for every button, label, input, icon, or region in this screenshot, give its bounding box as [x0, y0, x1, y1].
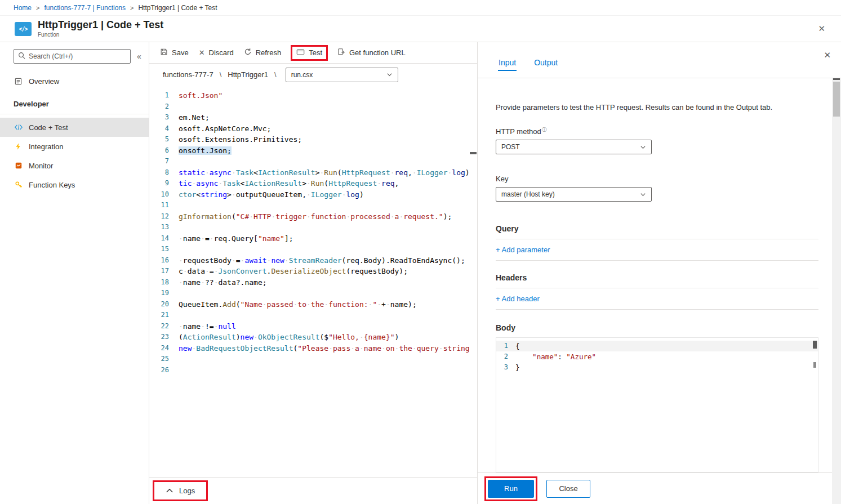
breadcrumb-current: HttpTrigger1 | Code + Test: [138, 4, 217, 12]
code-line: 20QueueItem.Add("Name·passed·to·the·func…: [149, 299, 477, 310]
tab-input[interactable]: Input: [498, 55, 517, 71]
code-line: 7: [149, 156, 477, 167]
sidebar-item-integration[interactable]: Integration: [0, 137, 149, 156]
test-panel: Input Output ✕ Provide parameters to tes…: [478, 42, 841, 504]
code-line: 3em.Net;: [149, 112, 477, 123]
test-pane-description: Provide parameters to test the HTTP requ…: [496, 103, 818, 111]
line-number: 6: [149, 145, 179, 157]
discard-button[interactable]: ✕ Discard: [194, 46, 239, 60]
sidebar: « Overview Developer Code + Test: [0, 42, 149, 504]
breadcrumb-link-functions[interactable]: functions-777-7 | Functions: [44, 4, 126, 12]
http-method-label: HTTP methodⓘ: [496, 126, 818, 136]
search-input[interactable]: [29, 52, 126, 60]
logs-label: Logs: [179, 487, 195, 495]
code-line: 22·name·!=·null: [149, 321, 477, 332]
discard-label: Discard: [209, 48, 234, 57]
scrollbar-thumb[interactable]: [833, 82, 840, 117]
chevron-up-icon: [166, 487, 173, 495]
body-editor-scrollbar[interactable]: [811, 338, 818, 472]
refresh-button[interactable]: Refresh: [239, 45, 287, 60]
breadcrumb-link-home[interactable]: Home: [14, 4, 32, 12]
file-select-value: run.csx: [291, 71, 313, 79]
panel-scrollbar[interactable]: [832, 78, 841, 504]
test-panel-actions: Run Close: [478, 472, 832, 504]
run-button[interactable]: Run: [488, 480, 534, 498]
line-number: 13: [149, 222, 179, 233]
discard-icon: ✕: [199, 49, 205, 56]
tab-output[interactable]: Output: [533, 55, 558, 71]
sidebar-item-overview[interactable]: Overview: [0, 72, 149, 91]
body-editor[interactable]: 1{2 "name": "Azure"3}: [496, 337, 818, 472]
code-line: 18·name·??·data?.name;: [149, 277, 477, 288]
breadcrumb: Home > functions-777-7 | Functions > Htt…: [0, 0, 841, 16]
code-line: 25: [149, 354, 477, 365]
code-line: 11: [149, 200, 477, 211]
code-line: 19: [149, 288, 477, 299]
key-select[interactable]: master (Host key): [496, 187, 652, 202]
line-number: 5: [149, 134, 179, 145]
sidebar-item-label: Integration: [29, 142, 63, 151]
path-separator: \: [220, 70, 222, 79]
logs-highlight-box: Logs: [153, 480, 208, 501]
code-line: 6onsoft.Json;: [149, 145, 477, 157]
page-title: HttpTrigger1 | Code + Test: [38, 20, 163, 31]
line-number: 7: [149, 156, 179, 167]
line-number: 16: [149, 255, 179, 266]
azure-portal-window: Home > functions-777-7 | Functions > Htt…: [0, 0, 841, 504]
code-line: 2 "name": "Azure": [496, 351, 818, 362]
code-line: 8static·async·Task<IActionResult>·Run(Ht…: [149, 167, 477, 179]
sidebar-item-function-keys[interactable]: Function Keys: [0, 175, 149, 194]
scroll-decoration-mark: [470, 152, 477, 154]
code-editor[interactable]: 1soft.Json"23em.Net;4osoft.AspNetCore.Mv…: [149, 86, 477, 477]
refresh-icon: [244, 48, 252, 57]
code-line: 5osoft.Extensions.Primitives;: [149, 134, 477, 145]
close-button[interactable]: Close: [546, 480, 590, 498]
sidebar-item-label: Code + Test: [29, 123, 68, 132]
headers-section-header: Headers: [496, 273, 818, 288]
http-method-value: POST: [501, 143, 520, 151]
sidebar-item-code-test[interactable]: Code + Test: [0, 118, 149, 137]
close-panel-icon[interactable]: ✕: [824, 50, 841, 60]
key-value: master (Host key): [501, 190, 555, 198]
chevron-down-icon: [640, 144, 646, 150]
test-icon: [296, 48, 305, 57]
code-line: 9tic·async·Task<IActionResult>·Run(HttpR…: [149, 178, 477, 189]
code-line: 21: [149, 310, 477, 321]
editor-breadcrumb-function: HttpTrigger1: [228, 70, 268, 79]
function-icon: </>: [15, 22, 32, 36]
get-function-url-button[interactable]: Get function URL: [332, 45, 411, 60]
line-number: 12: [149, 211, 179, 222]
line-number: 9: [149, 178, 179, 189]
save-button[interactable]: Save: [155, 45, 194, 60]
line-number: 3: [149, 112, 179, 123]
logs-toggle[interactable]: Logs: [154, 482, 206, 499]
sidebar-item-label: Monitor: [29, 162, 53, 170]
code-line: 1{: [496, 341, 818, 351]
file-select[interactable]: run.csx: [286, 68, 398, 82]
code-line: 4osoft.AspNetCore.Mvc;: [149, 123, 477, 135]
key-icon: [14, 181, 23, 189]
code-line: 23(ActionResult)new·OkObjectResult($"Hel…: [149, 332, 477, 343]
blade-header: </> HttpTrigger1 | Code + Test Function …: [0, 16, 841, 42]
http-method-select[interactable]: POST: [496, 140, 652, 154]
add-header-link[interactable]: + Add header: [496, 288, 818, 310]
query-section-header: Query: [496, 224, 818, 239]
chevron-down-icon: [386, 72, 393, 78]
sidebar-item-monitor[interactable]: Monitor: [0, 156, 149, 175]
breadcrumb-separator: >: [36, 5, 39, 11]
editor-scrollbar[interactable]: [469, 86, 477, 477]
line-number: 23: [149, 332, 179, 343]
line-number: 20: [149, 299, 179, 310]
editor-pane: Save ✕ Discard Refresh: [149, 42, 478, 504]
sidebar-collapse-button[interactable]: «: [133, 52, 145, 61]
add-parameter-link[interactable]: + Add parameter: [496, 239, 818, 261]
close-blade-icon[interactable]: ✕: [813, 21, 830, 36]
code-line: 3}: [496, 362, 818, 373]
test-button[interactable]: Test: [292, 47, 326, 59]
test-highlight-box: Test: [291, 45, 328, 61]
scrollbar-top-mark: [833, 78, 840, 80]
line-number: 25: [149, 354, 179, 365]
info-icon: ⓘ: [542, 127, 547, 132]
line-number: 14: [149, 233, 179, 244]
sidebar-item-label: Function Keys: [29, 181, 75, 189]
